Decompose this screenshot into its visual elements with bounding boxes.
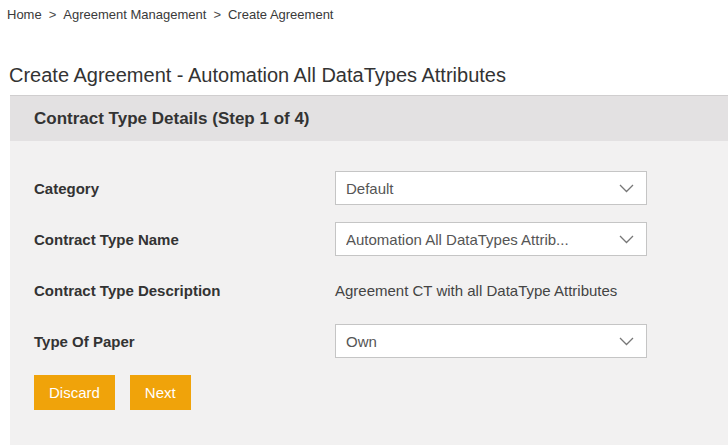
discard-button[interactable]: Discard bbox=[34, 375, 115, 410]
chevron-down-icon bbox=[619, 184, 634, 193]
type-of-paper-dropdown[interactable]: Own bbox=[335, 324, 647, 358]
category-dropdown-value: Default bbox=[346, 180, 619, 197]
form-row-contract-type-description: Contract Type Description Agreement CT w… bbox=[34, 273, 728, 307]
breadcrumb-item-home[interactable]: Home bbox=[7, 7, 42, 22]
breadcrumb-separator: > bbox=[213, 7, 221, 22]
breadcrumb-separator: > bbox=[49, 7, 57, 22]
type-of-paper-label: Type Of Paper bbox=[34, 333, 335, 350]
form-actions: Discard Next bbox=[34, 375, 728, 410]
panel-body: Category Default Contract Type Name Auto… bbox=[10, 141, 728, 445]
category-dropdown[interactable]: Default bbox=[335, 171, 647, 205]
form-row-contract-type-name: Contract Type Name Automation All DataTy… bbox=[34, 222, 728, 256]
form-row-category: Category Default bbox=[34, 171, 728, 205]
chevron-down-icon bbox=[619, 337, 634, 346]
contract-type-description-label: Contract Type Description bbox=[34, 282, 335, 299]
page-title: Create Agreement - Automation All DataTy… bbox=[9, 64, 506, 87]
type-of-paper-dropdown-value: Own bbox=[346, 333, 619, 350]
chevron-down-icon bbox=[619, 235, 634, 244]
contract-type-name-label: Contract Type Name bbox=[34, 231, 335, 248]
contract-type-details-panel: Contract Type Details (Step 1 of 4) Cate… bbox=[10, 95, 728, 445]
breadcrumb: Home > Agreement Management > Create Agr… bbox=[7, 7, 333, 22]
form-row-type-of-paper: Type Of Paper Own bbox=[34, 324, 728, 358]
breadcrumb-item-agreement-management[interactable]: Agreement Management bbox=[63, 7, 206, 22]
category-label: Category bbox=[34, 180, 335, 197]
next-button[interactable]: Next bbox=[130, 375, 191, 410]
contract-type-description-value: Agreement CT with all DataType Attribute… bbox=[335, 282, 617, 299]
contract-type-name-dropdown[interactable]: Automation All DataTypes Attrib... bbox=[335, 222, 647, 256]
panel-header: Contract Type Details (Step 1 of 4) bbox=[10, 95, 728, 141]
breadcrumb-item-create-agreement: Create Agreement bbox=[228, 7, 334, 22]
contract-type-name-dropdown-value: Automation All DataTypes Attrib... bbox=[346, 231, 619, 248]
panel-header-title: Contract Type Details (Step 1 of 4) bbox=[34, 109, 310, 129]
